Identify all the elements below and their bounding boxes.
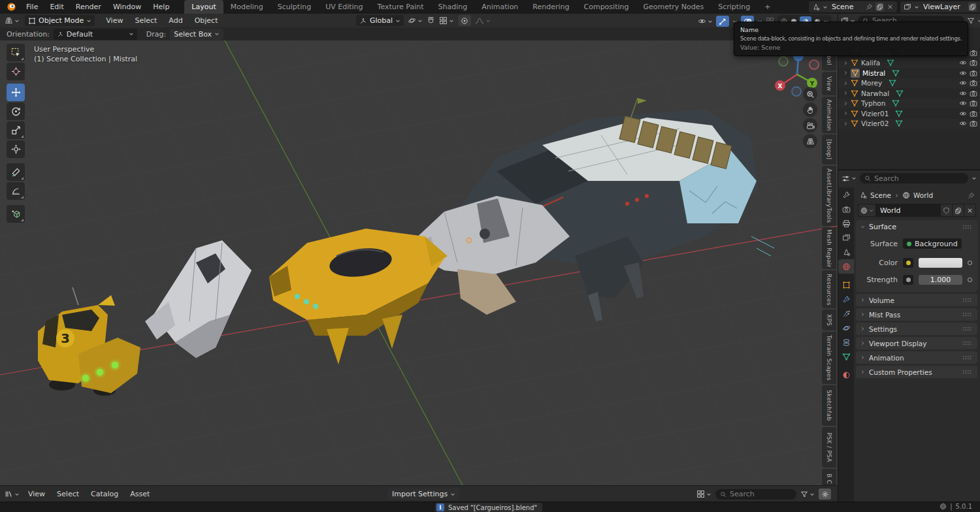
viewport-3d[interactable]: 3 User Perspective (1) Scene Collection … (0, 40, 838, 485)
asset-menu-select[interactable]: Select (51, 490, 85, 498)
pin-icon[interactable] (866, 3, 873, 10)
panel-mist-pass[interactable]: Mist Pass (856, 308, 977, 321)
sidebar-tab-mesh-repair[interactable]: Mesh Repair (822, 227, 836, 269)
world-name-field[interactable]: World (875, 204, 941, 217)
asset-filter-dropdown[interactable] (800, 490, 815, 498)
sidebar-tab-resources[interactable]: Resources (822, 270, 836, 308)
menu-window[interactable]: Window (107, 3, 147, 11)
tool-scale[interactable] (7, 121, 25, 139)
mode-dropdown[interactable]: Object Mode (25, 15, 95, 26)
strength-slider[interactable]: 1.000 (919, 275, 962, 285)
color-socket-button[interactable] (903, 258, 913, 268)
tool-move[interactable] (7, 84, 25, 101)
proportional-editing-toggle[interactable] (458, 15, 471, 26)
snap-target-dropdown[interactable] (439, 16, 454, 25)
props-tab-output[interactable] (838, 216, 854, 231)
outliner-row-narwhal[interactable]: Narwhal (838, 88, 980, 99)
panel-viewport-display[interactable]: Viewport Display (856, 337, 977, 349)
strength-socket-button[interactable] (903, 275, 913, 285)
asset-editor-type-button[interactable] (0, 490, 22, 498)
props-tab-scene[interactable] (838, 245, 854, 259)
panel-settings[interactable]: Settings (856, 323, 977, 335)
workspace-tab-texture-paint[interactable]: Texture Paint (370, 0, 431, 14)
display-mode-dropdown[interactable] (696, 490, 711, 498)
props-tab-object[interactable] (838, 278, 854, 292)
render-visibility-icon[interactable] (970, 120, 977, 127)
outliner-row-morey[interactable]: Morey (838, 78, 980, 89)
properties-editor-type-button[interactable] (841, 174, 857, 183)
panel-custom-properties[interactable]: Custom Properties (856, 366, 977, 378)
props-tab-physics[interactable] (838, 321, 854, 335)
viewport-menu-view[interactable]: View (100, 16, 129, 25)
panel-grip-icon[interactable] (962, 370, 973, 374)
hide-eye-icon[interactable] (959, 120, 967, 127)
props-tab-particles[interactable] (838, 306, 854, 321)
expand-icon[interactable] (843, 61, 848, 65)
viewlayer-selector[interactable]: ViewLayer (900, 1, 980, 12)
props-tab-modifiers[interactable] (838, 292, 854, 306)
scene-selector[interactable]: Scene (809, 1, 897, 12)
color-swatch[interactable] (919, 258, 962, 268)
sidebar-tab-animation[interactable]: Animation (822, 97, 836, 133)
duplicate-world-button[interactable] (953, 204, 964, 217)
pin-id-icon[interactable] (968, 192, 975, 199)
render-visibility-icon[interactable] (970, 49, 977, 57)
outliner-item-label[interactable]: Typhon (861, 99, 885, 107)
tool-select-box[interactable] (7, 44, 25, 61)
hide-eye-icon[interactable] (959, 110, 967, 118)
props-tab-world[interactable] (838, 259, 854, 274)
expand-icon[interactable] (843, 91, 848, 95)
asset-menu-catalog[interactable]: Catalog (85, 490, 124, 498)
render-visibility-icon[interactable] (970, 99, 977, 107)
asset-menu-view[interactable]: View (22, 490, 51, 498)
properties-search-input[interactable]: Search (860, 173, 968, 184)
gizmos-toggle[interactable] (716, 16, 729, 27)
viewlayer-duplicate-button[interactable] (968, 3, 977, 11)
tool-cursor[interactable] (7, 63, 25, 80)
sidebar-tab-terrain-scapes[interactable]: Terrain Scapes (822, 332, 836, 384)
transform-orientation-dropdown[interactable]: Global (356, 15, 404, 26)
expand-icon[interactable] (843, 111, 848, 116)
outliner-row-typhon[interactable]: Typhon (838, 99, 980, 109)
ship-model-yellow-fighter[interactable] (269, 229, 448, 364)
asset-menu-asset[interactable]: Asset (124, 490, 155, 498)
editor-divider[interactable] (838, 14, 838, 502)
tool-transform[interactable] (7, 140, 25, 158)
panel-grip-icon[interactable] (962, 225, 973, 229)
panel-grip-icon[interactable] (962, 355, 973, 360)
render-visibility-icon[interactable] (970, 89, 977, 97)
sidebar-tab-bcb[interactable]: B C B (822, 469, 836, 485)
render-visibility-icon[interactable] (970, 110, 977, 118)
viewport-menu-add[interactable]: Add (163, 16, 188, 25)
workspace-tab-modeling[interactable]: Modeling (223, 0, 270, 14)
hide-eye-icon[interactable] (959, 79, 967, 87)
gizmo-axis-z-neg[interactable] (792, 87, 801, 96)
tool-annotate[interactable] (7, 163, 25, 181)
zoom-button[interactable] (803, 87, 817, 101)
hide-eye-icon[interactable] (959, 59, 967, 67)
tool-add-primitive[interactable] (7, 205, 25, 223)
workspace-tab-shading[interactable]: Shading (431, 0, 475, 14)
outliner-item-label[interactable]: Vizier02 (861, 120, 889, 127)
pan-button[interactable] (803, 103, 817, 117)
strength-keyframe-dot[interactable] (968, 278, 972, 282)
scene-name[interactable]: Scene (830, 3, 863, 11)
panel-animation[interactable]: Animation (856, 351, 977, 364)
outliner-item-label[interactable]: Vizier01 (861, 110, 889, 118)
outliner-row-kalifa[interactable]: Kalifa (838, 58, 980, 69)
workspace-add-tab-button[interactable]: + (757, 0, 777, 14)
network-icon[interactable] (939, 503, 947, 510)
expand-icon[interactable] (843, 101, 848, 106)
drag-setting-dropdown[interactable]: Select Box (170, 29, 223, 40)
tool-rotate[interactable] (7, 103, 25, 120)
panel-grip-icon[interactable] (962, 341, 973, 345)
workspace-tab-animation[interactable]: Animation (474, 0, 525, 14)
menu-file[interactable]: File (20, 3, 44, 11)
viewport-menu-object[interactable]: Object (189, 16, 224, 25)
sidebar-tab-view[interactable]: View (822, 72, 836, 95)
gizmo-axis-x-neg[interactable] (809, 60, 819, 69)
outliner-item-label[interactable]: Morey (861, 79, 882, 87)
panel-grip-icon[interactable] (962, 312, 973, 317)
workspace-tab-scripting[interactable]: Scripting (711, 0, 757, 14)
outliner-item-label-active[interactable]: Mistral (862, 69, 885, 77)
